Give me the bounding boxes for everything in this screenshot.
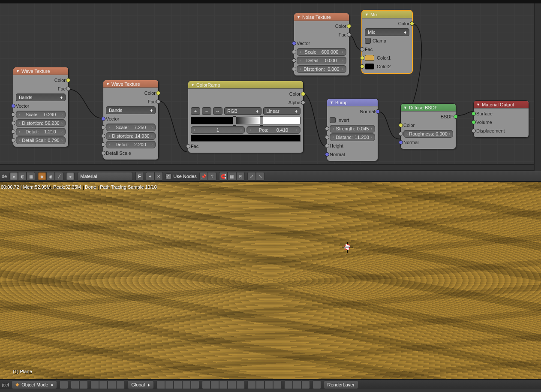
renderlayer-icon[interactable] — [313, 380, 321, 389]
colorramp-stop[interactable] — [233, 116, 236, 126]
colormode-select[interactable]: RGB♦ — [224, 107, 261, 115]
clamp-checkbox[interactable] — [365, 38, 371, 44]
scale-field[interactable]: ‹Scale:0.290› — [16, 111, 66, 118]
color-output-socket[interactable] — [410, 21, 414, 26]
fac-output-socket[interactable] — [66, 87, 70, 91]
copy-icon[interactable]: ⎘ — [236, 172, 245, 181]
detail-field[interactable]: ‹Detail:0.000› — [297, 57, 346, 64]
scale-field[interactable]: ‹Scale:7.250› — [106, 124, 156, 131]
flip-button[interactable]: ↔ — [213, 107, 222, 115]
color2-swatch[interactable] — [365, 63, 374, 69]
color1-input-socket[interactable] — [360, 56, 364, 60]
detailscale-field[interactable]: ‹Detail Scal:0.790› — [16, 136, 66, 144]
surface-input-socket[interactable] — [472, 112, 476, 116]
snap-icon[interactable]: 🧲 — [219, 172, 228, 181]
fac-input-socket[interactable] — [360, 47, 364, 51]
layer-button[interactable] — [156, 380, 165, 389]
mode-select[interactable]: ◆Object Mode♦ — [12, 380, 57, 389]
collapse-icon[interactable]: ▼ — [16, 69, 20, 73]
normal-input-socket[interactable] — [325, 152, 329, 157]
node-header[interactable]: ▼Wave Texture — [103, 80, 158, 88]
horizontal-scrollbar[interactable] — [0, 164, 534, 170]
blend-type-select[interactable]: Mix♦ — [365, 28, 409, 36]
node-wave-texture-2[interactable]: ▼Wave Texture Color Fac Bands♦ Vector ‹S… — [103, 80, 159, 160]
node-mix-rgb[interactable]: ▼Mix Color Mix♦ Clamp Fac Color1 Color2 — [362, 10, 412, 73]
vector-input-socket[interactable] — [292, 41, 296, 45]
collapse-icon[interactable]: ▼ — [476, 103, 480, 107]
snap-type-icon[interactable]: ▦ — [228, 172, 236, 181]
layer-button[interactable] — [191, 380, 199, 389]
colorramp-stop[interactable] — [260, 116, 263, 126]
scale-field[interactable]: ‹Scale:600.000› — [297, 48, 346, 56]
layer-button[interactable] — [228, 380, 236, 389]
scale-input-socket[interactable] — [101, 125, 105, 130]
roughness-input-socket[interactable] — [399, 132, 403, 136]
node-header[interactable]: ▼Bump — [327, 99, 378, 106]
detail-field[interactable]: ‹Detail:1.210› — [16, 128, 66, 136]
shader-type-object-icon[interactable]: ● — [9, 172, 18, 181]
snap-icon[interactable] — [264, 380, 273, 389]
color-output-socket[interactable] — [156, 91, 160, 95]
detailscale-input-socket[interactable] — [101, 151, 105, 155]
backdrop-fit-icon[interactable]: ⤡ — [256, 172, 264, 181]
layer-button[interactable] — [165, 380, 174, 389]
node-editor-area[interactable]: ▼Wave Texture Color Fac Bands♦ Vector ‹S… — [0, 0, 541, 171]
strength-field[interactable]: ‹Strength:0.045› — [330, 125, 375, 133]
bsdf-output-socket[interactable] — [454, 115, 458, 119]
collapse-icon[interactable]: ▼ — [106, 82, 110, 86]
interp-select[interactable]: Linear♦ — [263, 107, 301, 115]
detail-input-socket[interactable] — [292, 58, 296, 63]
node-header[interactable]: ▼ColorRamp — [188, 81, 303, 89]
distortion-field[interactable]: ‹Distortion:0.000› — [297, 65, 346, 73]
node-material-output[interactable]: ▼Material Output Surface Volume Displace… — [473, 100, 529, 138]
detail-input-socket[interactable] — [101, 142, 105, 147]
collapse-icon[interactable]: ▼ — [330, 100, 334, 105]
height-input-socket[interactable] — [325, 144, 329, 148]
data-type-object-icon[interactable]: ◆ — [38, 172, 46, 181]
vertical-scrollbar[interactable] — [534, 3, 541, 174]
layer-button[interactable] — [210, 380, 219, 389]
normal-output-socket[interactable] — [376, 109, 380, 114]
render-view[interactable]: 00:00.72 | Mem:52.95M, Peak:52.95M | Don… — [0, 182, 541, 379]
node-bump[interactable]: ▼Bump Normal Invert ‹Strength:0.045› ‹Di… — [327, 98, 378, 161]
detail-field[interactable]: ‹Detail:2.200› — [106, 141, 156, 148]
fac-output-socket[interactable] — [347, 33, 351, 37]
material-icon[interactable]: ● — [66, 172, 75, 181]
wave-type-select[interactable]: Bands♦ — [106, 106, 156, 114]
layer-button[interactable] — [182, 380, 191, 389]
collapse-icon[interactable]: ▼ — [297, 15, 301, 19]
distortion-input-socket[interactable] — [101, 134, 105, 138]
strength-input-socket[interactable] — [325, 127, 329, 131]
go-parent-icon[interactable]: ⇧ — [208, 172, 216, 181]
scale-input-socket[interactable] — [11, 112, 15, 117]
node-header[interactable]: ▼Noise Texture — [294, 13, 349, 21]
layer-button[interactable] — [174, 380, 182, 389]
scale-input-socket[interactable] — [292, 50, 296, 54]
stop-pos-field[interactable]: ‹Pos:0.410› — [246, 126, 301, 134]
pause-icon[interactable] — [301, 380, 310, 389]
layer-button[interactable] — [219, 380, 228, 389]
color-output-socket[interactable] — [301, 92, 305, 96]
pivot-each-icon[interactable] — [79, 380, 88, 389]
distance-field[interactable]: ‹Distanc:11.200› — [330, 133, 375, 141]
snap-element-icon[interactable] — [273, 380, 282, 389]
normal-input-socket[interactable] — [399, 140, 403, 145]
distortion-field[interactable]: ‹Distortion:56.230› — [16, 119, 66, 127]
vector-input-socket[interactable] — [101, 117, 105, 121]
renderlayer-select[interactable]: RenderLayer — [324, 380, 359, 389]
color-input-socket[interactable] — [399, 123, 403, 127]
shading-icon[interactable] — [60, 380, 68, 389]
data-type-line-icon[interactable]: ╱ — [55, 172, 63, 181]
node-header[interactable]: ▼Diffuse BSDF — [401, 104, 456, 112]
fac-input-socket[interactable] — [186, 144, 190, 148]
displacement-input-socket[interactable] — [472, 129, 476, 133]
node-wave-texture-1[interactable]: ▼Wave Texture Color Fac Bands♦ Vector ‹S… — [13, 67, 69, 147]
add-stop-button[interactable]: + — [191, 107, 200, 115]
color-output-socket[interactable] — [347, 24, 351, 28]
fac-output-socket[interactable] — [156, 100, 160, 104]
invert-checkbox[interactable] — [330, 117, 336, 123]
remove-stop-button[interactable]: − — [202, 107, 211, 115]
distance-input-socket[interactable] — [325, 135, 329, 139]
distortion-input-socket[interactable] — [292, 67, 296, 71]
collapse-icon[interactable]: ▼ — [191, 83, 195, 87]
